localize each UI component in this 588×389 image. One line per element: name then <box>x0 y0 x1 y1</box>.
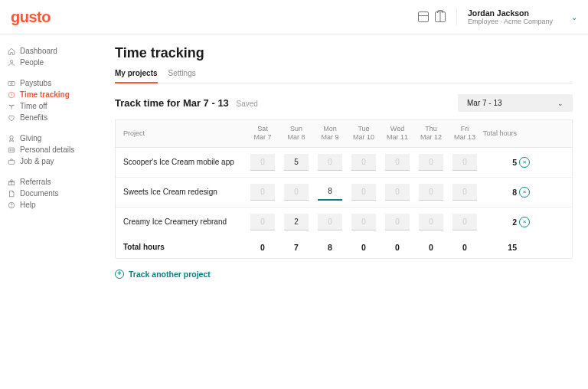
row-total: 8 <box>482 188 517 197</box>
help-icon <box>8 201 15 209</box>
hours-input[interactable] <box>284 214 309 230</box>
hours-input[interactable] <box>452 184 477 201</box>
page-title: Time tracking <box>115 45 573 61</box>
user-menu[interactable]: Jordan Jackson Employee · Acme Company ⌄ <box>456 8 577 25</box>
sidebar-item-time-tracking[interactable]: Time tracking <box>8 89 92 100</box>
sidebar-item-label: Documents <box>20 189 59 198</box>
subhead: Track time for Mar 7 - 13 Saved <box>115 97 258 109</box>
track-another-label: Track another project <box>129 270 211 279</box>
svg-rect-5 <box>8 148 15 152</box>
hours-input[interactable] <box>318 184 342 201</box>
time-table: ProjectSatMar 7SunMar 8MonMar 9TueMar 10… <box>115 119 573 259</box>
day-total: 7 <box>279 243 313 252</box>
svg-point-4 <box>10 136 13 139</box>
main-content: Time tracking My projectsSettings Track … <box>100 34 588 389</box>
sidebar-item-label: Benefits <box>20 113 47 122</box>
hours-input[interactable] <box>284 184 309 201</box>
hours-input[interactable] <box>318 214 342 230</box>
day-column-header: SatMar 7 <box>246 125 279 142</box>
sidebar-item-label: Help <box>20 201 36 209</box>
sidebar-item-paystubs[interactable]: Paystubs <box>8 77 92 89</box>
tabs: My projectsSettings <box>115 69 573 83</box>
row-total: 5 <box>482 158 517 167</box>
hours-input[interactable] <box>284 154 309 171</box>
tab-settings[interactable]: Settings <box>168 69 196 83</box>
svg-rect-7 <box>8 160 15 164</box>
day-column-header: WedMar 11 <box>381 125 414 142</box>
hours-input[interactable] <box>351 214 376 230</box>
chevron-down-icon: ⌄ <box>557 100 564 107</box>
heart-icon <box>8 114 15 122</box>
day-total: 8 <box>313 243 347 252</box>
sidebar-item-label: Time off <box>20 102 47 110</box>
briefcase-icon <box>8 158 15 165</box>
clock-icon <box>8 91 15 99</box>
track-another-project-button[interactable]: + Track another project <box>115 270 573 279</box>
svg-rect-1 <box>8 81 15 85</box>
delete-row-button[interactable]: × <box>519 157 530 168</box>
card-icon[interactable] <box>418 11 429 22</box>
sidebar-item-time-off[interactable]: Time off <box>8 100 92 112</box>
day-total: 0 <box>347 243 381 252</box>
project-column-header: Project <box>123 129 246 137</box>
table-row: Creamy Ice Creamery rebrand2× <box>116 208 572 237</box>
hours-input[interactable] <box>318 154 342 171</box>
day-column-header: SunMar 8 <box>279 125 313 142</box>
sidebar-item-label: Paystubs <box>20 79 51 87</box>
hours-input[interactable] <box>419 154 443 171</box>
gift-icon[interactable] <box>435 11 446 22</box>
user-name: Jordan Jackson <box>468 8 553 18</box>
sidebar-item-personal-details[interactable]: Personal details <box>8 144 92 155</box>
svg-point-6 <box>10 149 11 151</box>
date-range-label: Mar 7 - 13 <box>467 99 502 107</box>
svg-point-0 <box>10 60 12 62</box>
hours-input[interactable] <box>385 214 410 230</box>
sidebar-item-help[interactable]: Help <box>8 199 92 211</box>
day-total: 0 <box>414 243 448 252</box>
day-total: 0 <box>381 243 414 252</box>
hours-input[interactable] <box>419 214 443 230</box>
table-row: Scooper's Ice Cream mobile app5× <box>116 148 572 178</box>
topbar: gusto Jordan Jackson Employee · Acme Com… <box>0 0 588 34</box>
grand-total: 15 <box>482 243 517 252</box>
chevron-down-icon: ⌄ <box>571 13 577 21</box>
hours-input[interactable] <box>385 154 410 171</box>
day-total: 0 <box>448 243 482 252</box>
sidebar: DashboardPeoplePaystubsTime trackingTime… <box>0 34 100 389</box>
hours-input[interactable] <box>452 214 477 230</box>
hours-input[interactable] <box>250 214 275 230</box>
home-icon <box>8 47 15 55</box>
delete-row-button[interactable]: × <box>519 187 530 198</box>
date-range-select[interactable]: Mar 7 - 13 ⌄ <box>458 94 573 112</box>
hours-input[interactable] <box>452 154 477 171</box>
brand-logo: gusto <box>11 8 51 26</box>
footer-label: Total hours <box>123 243 246 251</box>
day-column-header: MonMar 9 <box>313 125 347 142</box>
delete-row-button[interactable]: × <box>519 217 530 227</box>
money-icon <box>8 80 15 87</box>
palm-icon <box>8 103 15 110</box>
day-column-header: FriMar 13 <box>448 125 482 142</box>
hours-input[interactable] <box>351 184 376 201</box>
sidebar-item-label: Referrals <box>20 178 51 186</box>
hours-input[interactable] <box>385 184 410 201</box>
sidebar-item-documents[interactable]: Documents <box>8 188 92 199</box>
hours-input[interactable] <box>250 184 275 201</box>
hours-input[interactable] <box>419 184 443 201</box>
sidebar-item-label: Dashboard <box>20 47 57 55</box>
sidebar-item-benefits[interactable]: Benefits <box>8 112 92 123</box>
hours-input[interactable] <box>250 154 275 171</box>
sidebar-item-referrals[interactable]: Referrals <box>8 176 92 188</box>
project-name: Creamy Ice Creamery rebrand <box>123 217 246 226</box>
person-icon <box>8 59 15 67</box>
project-name: Scooper's Ice Cream mobile app <box>123 158 246 166</box>
hours-input[interactable] <box>351 154 376 171</box>
day-column-header: ThuMar 12 <box>414 125 448 142</box>
sidebar-item-dashboard[interactable]: Dashboard <box>8 45 92 57</box>
sidebar-item-giving[interactable]: Giving <box>8 132 92 144</box>
sidebar-item-label: Personal details <box>20 145 74 154</box>
sidebar-item-people[interactable]: People <box>8 57 92 68</box>
tab-my-projects[interactable]: My projects <box>115 69 158 83</box>
sidebar-item-job-pay[interactable]: Job & pay <box>8 155 92 167</box>
doc-icon <box>8 190 15 198</box>
